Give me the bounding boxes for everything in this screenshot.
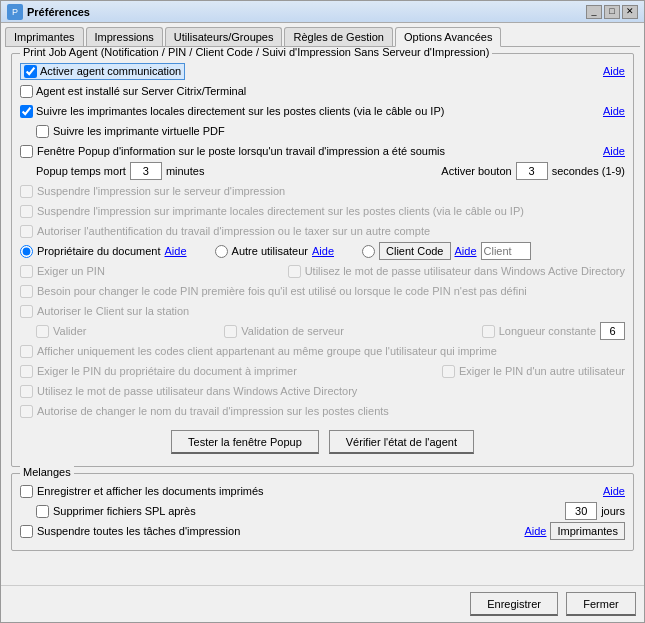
group-melanges: Melanges Enregistrer et afficher les doc… [11,473,634,551]
radio-client-code[interactable] [362,245,375,258]
cb-afficher-codes[interactable] [20,345,33,358]
cb-exiger-pin-autre[interactable] [442,365,455,378]
maximize-button[interactable]: □ [604,5,620,19]
link-aide-autre[interactable]: Aide [312,245,334,257]
radio-autre-utilisateur[interactable] [215,245,228,258]
label-besoin: Besoin pour changer le code PIN première… [37,285,527,297]
row-utiliser-mdp2: Utilisez le mot de passe utilisateur dan… [20,382,625,400]
link-aide-proprietaire[interactable]: Aide [165,245,187,257]
input-spl-jours[interactable] [565,502,597,520]
label-autoriser-client: Autoriser le Client sur la station [37,305,189,317]
close-button[interactable]: ✕ [622,5,638,19]
group-melanges-title: Melanges [20,466,74,478]
input-popup-minutes[interactable] [130,162,162,180]
cb-suspendre-locales[interactable] [20,205,33,218]
cb-autoriser-changer[interactable] [20,405,33,418]
cb-suspendre-serveur[interactable] [20,185,33,198]
row-activer-agent: Activer agent communication Aide [20,62,625,80]
btn-fermer[interactable]: Fermer [566,592,636,616]
tab-imprimantes[interactable]: Imprimantes [5,27,84,46]
row-agent-citrix: Agent est installé sur Server Citrix/Ter… [20,82,625,100]
label-enregistrer-docs: Enregistrer et afficher les documents im… [37,485,264,497]
label-secondes: secondes (1-9) [552,165,625,177]
label-supprimer-spl: Supprimer fichiers SPL après [53,505,196,517]
label-longueur-constante: Longueur constante [499,325,596,337]
link-aide-enregistrer[interactable]: Aide [603,485,625,497]
tab-options-avancees[interactable]: Options Avancées [395,27,501,47]
cb-suivre-imprimantes[interactable] [20,105,33,118]
cb-utiliser-mdp2[interactable] [20,385,33,398]
cb-suivre-virtuel[interactable] [36,125,49,138]
btn-imprimantes-melanges[interactable]: Imprimantes [550,522,625,540]
cb-longueur-constante[interactable] [482,325,495,338]
label-autoriser-auth: Autoriser l'authentification du travail … [37,225,430,237]
row-supprimer-spl: Supprimer fichiers SPL après jours [20,502,625,520]
row-autoriser-auth: Autoriser l'authentification du travail … [20,222,625,240]
row-suspendre-serveur: Suspendre l'impression sur le serveur d'… [20,182,625,200]
input-client[interactable] [481,242,531,260]
btn-tester-popup[interactable]: Tester la fenêtre Popup [171,430,319,454]
radio-proprietaire[interactable] [20,245,33,258]
tab-utilisateurs[interactable]: Utilisateurs/Groupes [165,27,283,46]
preferences-window: P Préférences _ □ ✕ Imprimantes Impressi… [0,0,645,623]
cb-supprimer-spl[interactable] [36,505,49,518]
bottom-bar: Enregistrer Fermer [1,585,644,622]
label-autre-utilisateur: Autre utilisateur [232,245,308,257]
row-exiger-pins: Exiger le PIN du propriétaire du documen… [20,362,625,380]
label-fenetre-popup: Fenêtre Popup d'information sur le poste… [37,145,445,157]
link-aide-suivre[interactable]: Aide [603,105,625,117]
cb-suspendre-taches[interactable] [20,525,33,538]
link-aide-client-code[interactable]: Aide [455,245,477,257]
title-bar: P Préférences _ □ ✕ [1,1,644,23]
row-exiger-pin: Exiger un PIN Utilisez le mot de passe u… [20,262,625,280]
label-valider: Valider [53,325,86,337]
window-icon: P [7,4,23,20]
btn-enregistrer[interactable]: Enregistrer [470,592,558,616]
group-melanges-content: Enregistrer et afficher les documents im… [20,482,625,540]
row-besoin: Besoin pour changer le code PIN première… [20,282,625,300]
link-aide-popup[interactable]: Aide [603,145,625,157]
label-exiger-pin-prop: Exiger le PIN du propriétaire du documen… [37,365,297,377]
pja-action-buttons: Tester la fenêtre Popup Vérifier l'état … [20,426,625,458]
cb-validation-serveur[interactable] [224,325,237,338]
row-popup-timeout: Popup temps mort minutes Activer bouton … [20,162,625,180]
cb-activer-agent-wrap: Activer agent communication [20,63,185,80]
input-popup-secondes[interactable] [516,162,548,180]
input-longueur[interactable] [600,322,625,340]
cb-autoriser-auth[interactable] [20,225,33,238]
cb-activer-agent[interactable] [24,65,37,78]
link-aide-activer[interactable]: Aide [603,65,625,77]
btn-verifier-agent[interactable]: Vérifier l'état de l'agent [329,430,474,454]
tab-impressions[interactable]: Impressions [86,27,163,46]
label-suivre-imprimantes: Suivre les imprimantes locales directeme… [36,105,444,117]
label-popup-temps-mort: Popup temps mort [36,165,126,177]
cb-suivre-wrap: Suivre les imprimantes locales directeme… [20,105,444,118]
row-valider: Valider Validation de serveur Longueur c… [20,322,625,340]
cb-fenetre-popup[interactable] [20,145,33,158]
label-proprietaire: Propriétaire du document [37,245,161,257]
cb-exiger-pin[interactable] [20,265,33,278]
tab-regles[interactable]: Règles de Gestion [284,27,393,46]
panel-options-avancees: Print Job Agent (Notification / PIN / Cl… [5,47,640,581]
cb-autoriser-client[interactable] [20,305,33,318]
main-content-area: Imprimantes Impressions Utilisateurs/Gro… [1,23,644,585]
cb-agent-citrix-wrap: Agent est installé sur Server Citrix/Ter… [20,85,246,98]
link-aide-suspendre[interactable]: Aide [524,525,546,537]
cb-agent-citrix[interactable] [20,85,33,98]
cb-utiliser-mdp[interactable] [288,265,301,278]
label-activer-bouton: Activer bouton [441,165,511,177]
minimize-button[interactable]: _ [586,5,602,19]
cb-valider[interactable] [36,325,49,338]
cb-besoin[interactable] [20,285,33,298]
btn-client-code[interactable]: Client Code [379,242,450,260]
cb-enregistrer-docs[interactable] [20,485,33,498]
label-minutes: minutes [166,165,205,177]
group-pja: Print Job Agent (Notification / PIN / Cl… [11,53,634,467]
label-autoriser-changer: Autorise de changer le nom du travail d'… [37,405,389,417]
cb-exiger-pin-prop[interactable] [20,365,33,378]
label-suspendre-taches: Suspendre toutes les tâches d'impression [37,525,240,537]
row-suspendre-locales: Suspendre l'impression sur imprimante lo… [20,202,625,220]
title-controls: _ □ ✕ [586,5,638,19]
label-utiliser-mdp2: Utilisez le mot de passe utilisateur dan… [37,385,357,397]
group-pja-title: Print Job Agent (Notification / PIN / Cl… [20,47,492,58]
